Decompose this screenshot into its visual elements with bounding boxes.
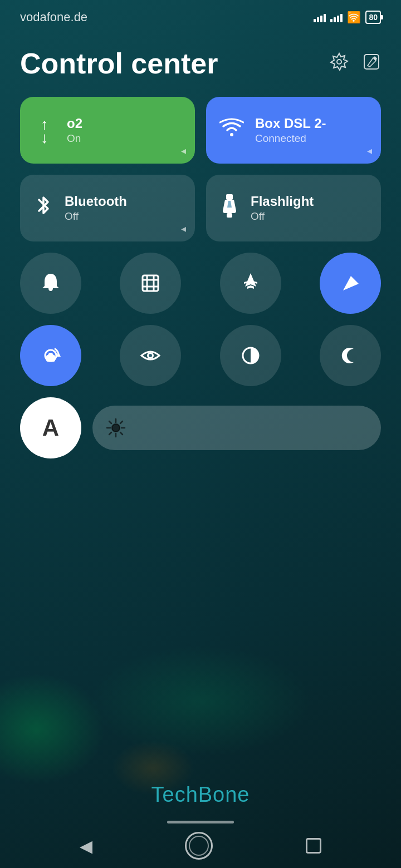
mobile-data-icon: ↑ ↓ xyxy=(33,116,56,144)
mobile-data-expand: ◂ xyxy=(181,145,186,157)
wifi-name: Box DSL 2- xyxy=(255,116,326,131)
status-bar: vodafone.de 🛜 80 xyxy=(0,0,401,30)
flashlight-status: Off xyxy=(251,210,314,223)
svg-rect-16 xyxy=(46,355,55,362)
bluetooth-status: Off xyxy=(65,210,127,223)
signal-bars-2 xyxy=(330,12,343,22)
svg-rect-6 xyxy=(226,194,233,200)
location-button[interactable] xyxy=(320,253,381,314)
svg-text:↓: ↓ xyxy=(41,129,48,144)
brightness-slider[interactable] xyxy=(92,406,381,450)
battery-level: 80 xyxy=(369,13,378,22)
svg-rect-7 xyxy=(227,213,232,218)
sun-icon xyxy=(106,418,126,438)
bluetooth-toggle[interactable]: Bluetooth Off ◂ xyxy=(20,175,195,241)
flashlight-icon xyxy=(219,193,239,224)
svg-line-27 xyxy=(120,421,123,423)
bluetooth-text: Bluetooth Off xyxy=(65,194,127,223)
glow-green xyxy=(0,673,106,785)
svg-marker-0 xyxy=(331,53,348,70)
toggles-section: ↑ ↓ o2 On ◂ Box DSL 2 xyxy=(0,97,401,241)
mobile-data-status: On xyxy=(67,132,82,145)
rotation-lock-button[interactable] xyxy=(20,325,81,386)
svg-point-18 xyxy=(149,354,152,357)
page-title: Control center xyxy=(20,47,218,80)
nav-bar: ◀ xyxy=(0,823,401,868)
wifi-status-icon: 🛜 xyxy=(347,11,361,24)
svg-point-1 xyxy=(337,60,341,64)
wifi-toggle[interactable]: Box DSL 2- Connected ◂ xyxy=(206,97,381,164)
screenshot-button[interactable] xyxy=(120,253,181,314)
auto-label: A xyxy=(42,415,59,441)
contrast-button[interactable] xyxy=(220,325,281,386)
wifi-status: Connected xyxy=(255,132,326,145)
wifi-icon xyxy=(219,118,244,143)
circle-row-1 xyxy=(20,253,381,314)
svg-line-25 xyxy=(109,421,111,423)
svg-rect-2 xyxy=(364,55,379,69)
svg-line-28 xyxy=(109,432,111,435)
settings-icon[interactable] xyxy=(330,52,349,75)
mobile-data-toggle[interactable]: ↑ ↓ o2 On ◂ xyxy=(20,97,195,164)
sound-button[interactable] xyxy=(20,253,81,314)
back-button[interactable]: ◀ xyxy=(80,836,92,856)
home-button[interactable] xyxy=(185,832,213,860)
svg-point-5 xyxy=(230,133,233,136)
svg-line-26 xyxy=(120,432,123,435)
flashlight-name: Flashlight xyxy=(251,194,314,209)
battery-indicator: 80 xyxy=(365,11,381,24)
bluetooth-name: Bluetooth xyxy=(65,194,127,209)
wifi-text: Box DSL 2- Connected xyxy=(255,116,326,145)
eye-comfort-button[interactable] xyxy=(120,325,181,386)
svg-rect-8 xyxy=(143,275,158,291)
toggle-row-1: ↑ ↓ o2 On ◂ Box DSL 2 xyxy=(20,97,381,164)
svg-point-20 xyxy=(112,424,120,432)
status-icons: 🛜 80 xyxy=(314,11,381,24)
bluetooth-expand: ◂ xyxy=(181,223,186,235)
wifi-expand: ◂ xyxy=(367,145,372,157)
toggle-row-2: Bluetooth Off ◂ Flashlight Off xyxy=(20,175,381,241)
bluetooth-icon xyxy=(33,193,53,224)
header-actions xyxy=(330,52,381,75)
signal-bars-1 xyxy=(314,12,326,22)
flashlight-text: Flashlight Off xyxy=(251,194,314,223)
mobile-data-text: o2 On xyxy=(67,116,82,145)
page-header: Control center xyxy=(0,30,401,97)
home-button-inner xyxy=(189,836,209,856)
circle-buttons-section xyxy=(0,241,401,386)
recents-button[interactable] xyxy=(306,838,321,854)
watermark: TechBone xyxy=(151,783,250,807)
mobile-data-name: o2 xyxy=(67,116,82,131)
edit-icon[interactable] xyxy=(362,52,381,75)
flashlight-toggle[interactable]: Flashlight Off xyxy=(206,175,381,241)
carrier-text: vodafone.de xyxy=(20,10,87,24)
auto-brightness-button[interactable]: A xyxy=(20,397,81,458)
brightness-row: A xyxy=(0,397,401,458)
circle-row-2 xyxy=(20,325,381,386)
dark-mode-button[interactable] xyxy=(320,325,381,386)
airplane-button[interactable] xyxy=(220,253,281,314)
